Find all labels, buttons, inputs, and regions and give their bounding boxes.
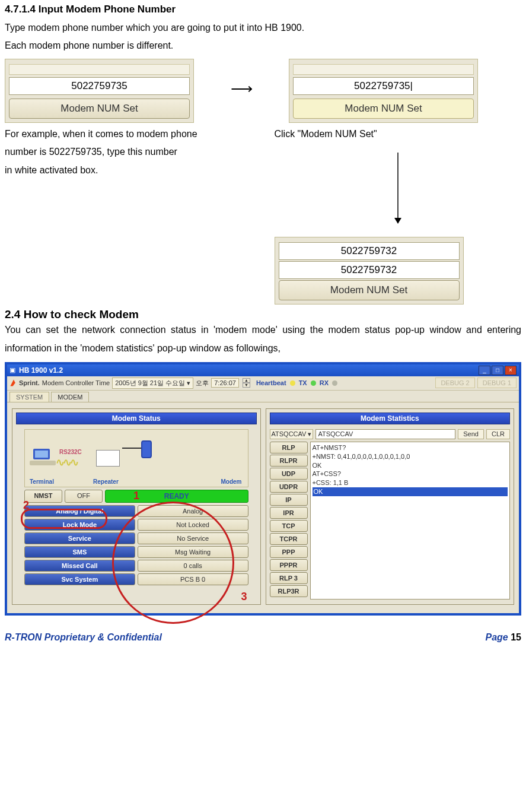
repeater-label: Repeater [93, 478, 119, 485]
phone-number-display[interactable]: 5022759735 [9, 77, 190, 95]
sprint-logo: Sprint. [9, 379, 40, 387]
para: Each modem phone number is different. [5, 37, 521, 55]
minimize-icon[interactable]: _ [479, 366, 490, 375]
modem-num-set-button[interactable]: Modem NUM Set [9, 99, 190, 119]
stat-btn-udp[interactable]: UDP [270, 468, 308, 480]
heartbeat-led-icon [290, 380, 295, 386]
page-number: Page 15 [486, 632, 521, 643]
heartbeat-label: Heartbeat [256, 379, 286, 386]
panel-a: 5022759735 Modem NUM Set [5, 59, 194, 123]
arrow-down-icon [275, 153, 522, 224]
rx-label: RX [320, 379, 329, 386]
debug2-button[interactable]: DEBUG 2 [435, 378, 474, 388]
red-circle-icon [112, 502, 234, 624]
sprint-label: Sprint. [19, 379, 40, 386]
repeater-icon [96, 450, 120, 467]
modem-label: Modem [221, 478, 242, 485]
statistics-header: Modem Statistics [270, 413, 511, 424]
window-title: HB 1900 v1.2 [19, 366, 63, 375]
phone-number-input[interactable]: 5022759732 [279, 261, 460, 279]
rx-led-icon [332, 380, 337, 386]
ready-indicator: READY [105, 490, 248, 503]
stat-btn-ppp[interactable]: PPP [270, 546, 308, 558]
time-field[interactable]: 7:26:07 [211, 378, 239, 388]
red-circle-icon [21, 509, 107, 529]
text-caret-icon: | [410, 80, 413, 91]
arrow-right-icon: ⟶ [206, 59, 277, 98]
ampm-label: 오후 [196, 379, 209, 388]
stat-btn-udpr[interactable]: UDPR [270, 481, 308, 493]
stat-btn-pppr[interactable]: PPPR [270, 559, 308, 571]
panel-header-strip [9, 64, 190, 75]
tab-modem[interactable]: MODEM [51, 392, 89, 402]
caption-line: in white activated box. [5, 161, 252, 179]
phone-number-input[interactable]: 5022759735| [293, 77, 474, 95]
clr-button[interactable]: CLR [486, 429, 510, 439]
red-annotation-1: 1 [133, 490, 139, 502]
section-heading: 4.7.1.4 Input Modem Phone Number [5, 4, 521, 15]
toolbar: Sprint. Modem Controller Time 2005년 9월 2… [7, 376, 519, 391]
stat-btn-rlp3[interactable]: RLP 3 [270, 572, 308, 584]
footer-left: R-TRON Proprietary & Confidential [5, 632, 162, 643]
stat-btn-rlpr[interactable]: RLPR [270, 455, 308, 467]
caption-line: For example, when it comes to modem phon… [5, 125, 252, 143]
caption-line: Click "Modem NUM Set" [275, 125, 522, 143]
stat-btn-tcpr[interactable]: TCPR [270, 533, 308, 545]
panel-header-strip [293, 64, 474, 75]
stat-btn-ip[interactable]: IP [270, 494, 308, 506]
phone-number-top: 5022759732 [279, 242, 460, 260]
off-button[interactable]: OFF [65, 490, 103, 503]
tx-label: TX [299, 379, 307, 386]
console-line: AT+NMST? [313, 443, 508, 452]
tx-led-icon [311, 380, 316, 386]
modem-status-panel: Modem Status RS232C ∿∿∿ Terminal Repeate… [12, 408, 261, 605]
titlebar: ▣ HB 1900 v1.2 _ □ × [7, 364, 519, 376]
controller-time-label: Modem Controller Time [42, 379, 110, 386]
terminal-label: Terminal [30, 478, 54, 485]
panel-c: 5022759732 5022759732 Modem NUM Set [275, 237, 464, 304]
cable-icon: ∿∿∿ [56, 456, 77, 469]
console-output[interactable]: AT+NMST? +NMST: 0,41,0,0,0,0,1,0,0,0,1,0… [310, 442, 511, 600]
status-header: Modem Status [16, 413, 257, 424]
tabstrip: SYSTEM MODEM [7, 391, 519, 402]
command-input[interactable]: ATSQCCAV [315, 429, 455, 439]
tab-system[interactable]: SYSTEM [9, 392, 49, 402]
close-icon[interactable]: × [505, 366, 517, 375]
caption-line: number is 5022759735, type this number [5, 143, 252, 161]
app-icon: ▣ [9, 366, 15, 374]
para: Type modem phone number which you are go… [5, 19, 521, 37]
stat-btn-tcp[interactable]: TCP [270, 520, 308, 532]
modem-num-set-button[interactable]: Modem NUM Set [293, 99, 474, 119]
stat-btn-rlp[interactable]: RLP [270, 442, 308, 453]
number-value: 5022759735 [354, 80, 410, 91]
app-window: ▣ HB 1900 v1.2 _ □ × Sprint. Modem Contr… [5, 362, 521, 616]
time-spinner[interactable]: ▲▼ [243, 378, 250, 388]
date-field[interactable]: 2005년 9월 21일 수요일 ▾ [112, 378, 193, 389]
section-heading: 2.4 How to check Modem [5, 308, 521, 321]
nmst-button[interactable]: NMST [24, 490, 62, 503]
para: You can set the network connection statu… [5, 321, 521, 357]
modem-diagram: RS232C ∿∿∿ Terminal Repeater Modem [24, 429, 248, 487]
rs232c-label: RS232C [59, 449, 82, 455]
laptop-icon [30, 448, 56, 468]
stat-btn-ipr[interactable]: IPR [270, 507, 308, 519]
svg-rect-4 [30, 461, 56, 465]
svg-marker-1 [394, 218, 401, 224]
send-button[interactable]: Send [458, 429, 484, 439]
command-select[interactable]: ATSQCCAV ▾ [270, 429, 314, 439]
console-line: AT+CSS? [313, 470, 508, 478]
maximize-icon[interactable]: □ [492, 366, 503, 375]
console-line: OK [313, 461, 508, 470]
console-line: +CSS: 1,1 B [313, 478, 508, 487]
antenna-icon [122, 448, 146, 449]
red-annotation-3: 3 [241, 591, 247, 603]
debug1-button[interactable]: DEBUG 1 [477, 378, 517, 388]
console-line: +NMST: 0,41,0,0,0,0,1,0,0,0,1,0,0 [313, 452, 508, 461]
panel-b: 5022759735| Modem NUM Set [289, 59, 478, 123]
modem-num-set-button[interactable]: Modem NUM Set [279, 280, 460, 300]
modem-statistics-panel: Modem Statistics ATSQCCAV ▾ ATSQCCAV Sen… [266, 408, 515, 605]
console-selected-line: OK [313, 487, 508, 496]
stat-btn-rlp3r[interactable]: RLP3R [270, 585, 308, 597]
svg-rect-3 [35, 451, 48, 458]
